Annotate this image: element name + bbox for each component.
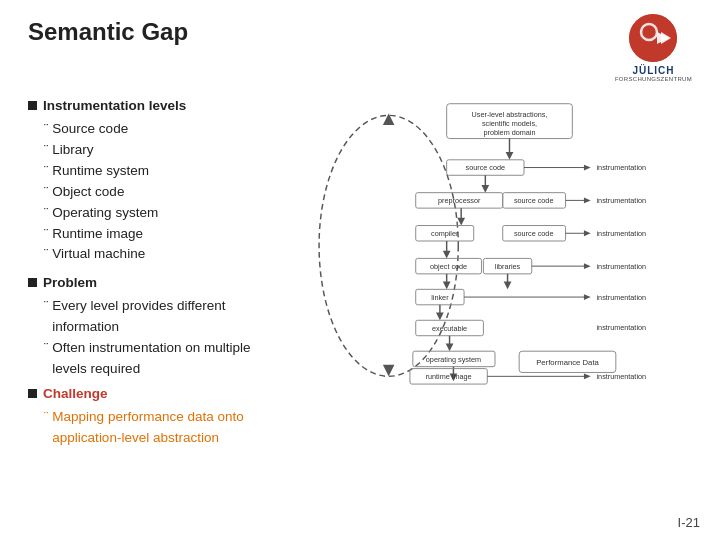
svg-marker-53 — [436, 313, 444, 321]
svg-text:instrumentation: instrumentation — [597, 262, 647, 271]
svg-marker-41 — [584, 263, 591, 269]
item-label: Source code — [52, 119, 128, 140]
sub-bullet: ¨ — [44, 182, 48, 202]
item-label: Runtime image — [52, 224, 143, 245]
problem-section: Problem ¨ Every level provides different… — [28, 273, 288, 380]
problem-heading: Problem — [43, 273, 97, 294]
instrumentation-section: Instrumentation levels ¨ Source code ¨ L… — [28, 96, 288, 265]
svg-marker-23 — [584, 198, 591, 204]
list-item: ¨ Object code — [44, 182, 288, 203]
svg-text:compiler: compiler — [431, 229, 459, 238]
sub-bullet: ¨ — [44, 119, 48, 139]
list-item: ¨ Mapping performance data onto applicat… — [44, 407, 288, 449]
svg-marker-14 — [584, 165, 591, 171]
svg-marker-26 — [457, 218, 465, 226]
svg-marker-2 — [657, 32, 669, 44]
svg-text:instrumentation: instrumentation — [597, 372, 647, 381]
svg-marker-10 — [506, 152, 514, 160]
item-label: Mapping performance data onto applicatio… — [52, 407, 288, 449]
svg-text:instrumentation: instrumentation — [597, 229, 647, 238]
challenge-heading-row: Challenge — [28, 384, 288, 405]
item-label: Every level provides different informati… — [52, 296, 288, 338]
sub-bullet: ¨ — [44, 203, 48, 223]
svg-text:operating system: operating system — [426, 355, 481, 364]
bullet-square-2 — [28, 278, 37, 287]
svg-marker-46 — [504, 282, 512, 290]
svg-text:instrumentation: instrumentation — [597, 293, 647, 302]
svg-text:instrumentation: instrumentation — [597, 196, 647, 205]
svg-text:User-level abstractions,: User-level abstractions, — [472, 110, 548, 119]
svg-marker-44 — [443, 282, 451, 290]
challenge-section: Challenge ¨ Mapping performance data ont… — [28, 384, 288, 449]
page-number: I-21 — [678, 515, 700, 530]
item-label: Object code — [52, 182, 124, 203]
list-item: ¨ Library — [44, 140, 288, 161]
list-item: ¨ Source code — [44, 119, 288, 140]
bullet-square-1 — [28, 101, 37, 110]
sub-bullet: ¨ — [44, 407, 48, 427]
svg-text:source code: source code — [514, 229, 554, 238]
problem-items: ¨ Every level provides different informa… — [44, 296, 288, 380]
bullet-square-3 — [28, 389, 37, 398]
item-label: Library — [52, 140, 93, 161]
list-item: ¨ Runtime system — [44, 161, 288, 182]
instrumentation-heading-row: Instrumentation levels — [28, 96, 288, 117]
instrumentation-heading: Instrumentation levels — [43, 96, 186, 117]
slide-header: Semantic Gap JÜLICH FORSCHUNGSZENTRUM — [28, 18, 692, 82]
svg-text:linker: linker — [431, 293, 449, 302]
svg-text:instrumentation: instrumentation — [597, 323, 647, 332]
item-label: Often instrumentation on multiple levels… — [52, 338, 288, 380]
list-item: ¨ Every level provides different informa… — [44, 296, 288, 338]
svg-point-3 — [319, 115, 458, 376]
item-label: Runtime system — [52, 161, 149, 182]
slide-title: Semantic Gap — [28, 18, 188, 47]
list-item: ¨ Often instrumentation on multiple leve… — [44, 338, 288, 380]
content-area: Instrumentation levels ¨ Source code ¨ L… — [28, 96, 692, 453]
svg-text:runtime image: runtime image — [426, 372, 472, 381]
list-item: ¨ Operating system — [44, 203, 288, 224]
sub-bullet: ¨ — [44, 338, 48, 358]
svg-text:Performance Data: Performance Data — [536, 358, 599, 367]
diagram-svg: User-level abstractions, scientific mode… — [298, 96, 692, 386]
logo: JÜLICH FORSCHUNGSZENTRUM — [615, 14, 692, 82]
logo-icon — [629, 14, 677, 62]
svg-text:preprocessor: preprocessor — [438, 196, 481, 205]
svg-marker-17 — [481, 185, 489, 193]
svg-text:scientific models,: scientific models, — [482, 119, 537, 128]
logo-subtext: FORSCHUNGSZENTRUM — [615, 76, 692, 82]
challenge-items: ¨ Mapping performance data onto applicat… — [44, 407, 288, 449]
sub-bullet: ¨ — [44, 161, 48, 181]
list-item: ¨ Runtime image — [44, 224, 288, 245]
instrumentation-items: ¨ Source code ¨ Library ¨ Runtime system… — [44, 119, 288, 265]
svg-marker-70 — [383, 365, 395, 377]
challenge-heading: Challenge — [43, 384, 108, 405]
svg-marker-65 — [584, 373, 591, 379]
svg-text:source code: source code — [466, 163, 506, 172]
problem-heading-row: Problem — [28, 273, 288, 294]
svg-text:executable: executable — [432, 324, 467, 333]
svg-text:libraries: libraries — [495, 262, 521, 271]
svg-text:instrumentation: instrumentation — [597, 163, 647, 172]
svg-text:object code: object code — [430, 262, 467, 271]
logo-text: JÜLICH — [632, 65, 674, 76]
sub-bullet: ¨ — [44, 244, 48, 264]
sub-bullet: ¨ — [44, 140, 48, 160]
item-label: Operating system — [52, 203, 158, 224]
list-item: ¨ Virtual machine — [44, 244, 288, 265]
svg-text:problem domain: problem domain — [484, 128, 536, 137]
svg-marker-35 — [443, 251, 451, 259]
svg-text:source code: source code — [514, 196, 554, 205]
sub-bullet: ¨ — [44, 296, 48, 316]
svg-marker-50 — [584, 294, 591, 300]
item-label: Virtual machine — [52, 244, 145, 265]
diagram-area: User-level abstractions, scientific mode… — [298, 96, 692, 386]
sub-bullet: ¨ — [44, 224, 48, 244]
slide: Semantic Gap JÜLICH FORSCHUNGSZENTRUM In… — [0, 0, 720, 540]
left-column: Instrumentation levels ¨ Source code ¨ L… — [28, 96, 288, 453]
svg-marker-32 — [584, 230, 591, 236]
svg-marker-57 — [446, 343, 454, 351]
